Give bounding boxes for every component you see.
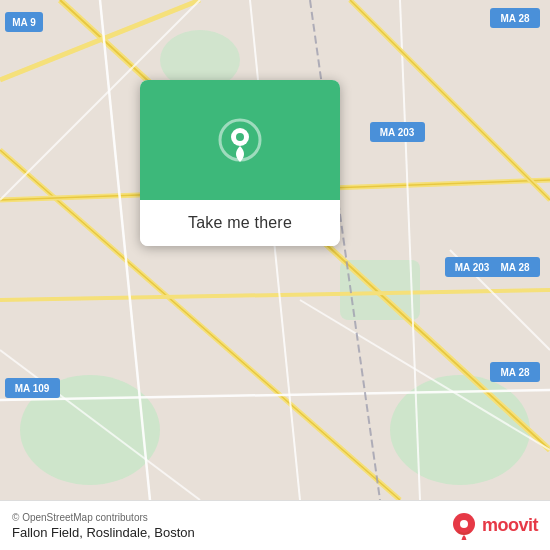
map-container[interactable]: MA 9 MA 28 MA 203 MA 203 MA 28 MA 28 MA …	[0, 0, 550, 500]
svg-text:MA 203: MA 203	[380, 127, 415, 138]
bottom-left: © OpenStreetMap contributors Fallon Fiel…	[12, 512, 195, 540]
svg-text:MA 9: MA 9	[12, 17, 36, 28]
copyright-text: © OpenStreetMap contributors	[12, 512, 195, 523]
svg-point-41	[236, 133, 244, 141]
svg-text:MA 28: MA 28	[500, 367, 530, 378]
svg-text:MA 28: MA 28	[500, 13, 530, 24]
svg-point-43	[460, 520, 468, 528]
map-svg: MA 9 MA 28 MA 203 MA 203 MA 28 MA 28 MA …	[0, 0, 550, 500]
popup-green-area	[140, 80, 340, 200]
take-me-there-button[interactable]: Take me there	[140, 200, 340, 246]
location-text: Fallon Field, Roslindale, Boston	[12, 525, 195, 540]
moovit-icon	[450, 512, 478, 540]
moovit-logo: moovit	[450, 512, 538, 540]
popup-card: Take me there	[140, 80, 340, 246]
svg-text:MA 28: MA 28	[500, 262, 530, 273]
svg-text:MA 203: MA 203	[455, 262, 490, 273]
location-pin-icon	[218, 118, 262, 162]
moovit-text: moovit	[482, 515, 538, 536]
svg-text:MA 109: MA 109	[15, 383, 50, 394]
bottom-bar: © OpenStreetMap contributors Fallon Fiel…	[0, 500, 550, 550]
